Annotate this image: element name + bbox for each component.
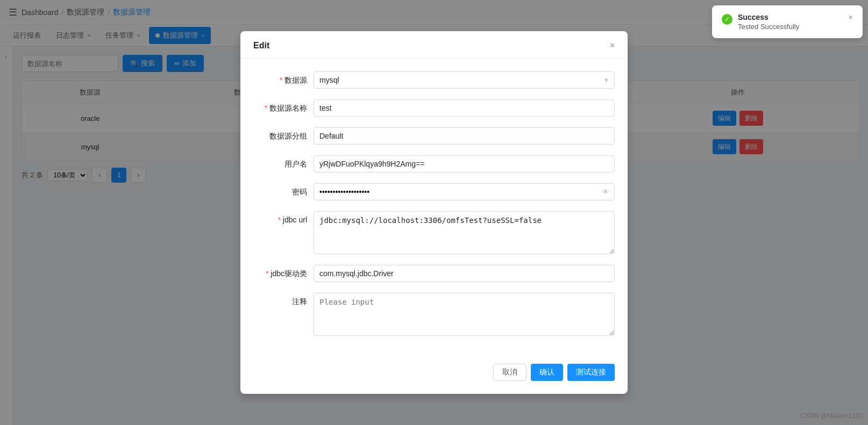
datasource-select-wrapper: mysql oracle postgresql ▼ (314, 71, 615, 89)
edit-modal: Edit × 数据源 mysql oracle postgresql ▼ 数据源… (240, 31, 628, 394)
form-row-jdbc-driver: jdbc驱动类 (253, 265, 615, 282)
jdbc-driver-input[interactable] (314, 265, 615, 282)
toast-title: Success (738, 13, 799, 21)
modal-title: Edit (253, 41, 269, 51)
jdbc-driver-label: jdbc驱动类 (253, 265, 307, 282)
group-label: 数据源分组 (253, 127, 307, 145)
toast-message: Tested Successfully (738, 23, 799, 31)
cancel-button[interactable]: 取消 (493, 364, 527, 381)
form-row-remark: 注释 (253, 293, 615, 336)
remark-label: 注释 (253, 293, 307, 310)
modal-footer: 取消 确认 测试连接 (240, 355, 628, 394)
eye-icon[interactable]: 👁 (602, 188, 609, 196)
username-label: 用户名 (253, 155, 307, 172)
name-label: 数据源名称 (253, 99, 307, 117)
form-row-password: 密码 👁 (253, 183, 615, 200)
test-connection-button[interactable]: 测试连接 (567, 364, 615, 381)
name-input[interactable] (314, 99, 615, 117)
toast-close-button[interactable]: × (849, 13, 853, 21)
modal-close-button[interactable]: × (610, 41, 615, 51)
form-row-datasource: 数据源 mysql oracle postgresql ▼ (253, 71, 615, 89)
toast-content: Success Tested Successfully (738, 13, 799, 31)
password-input[interactable] (314, 183, 615, 200)
form-row-username: 用户名 (253, 155, 615, 172)
group-input[interactable] (314, 127, 615, 145)
success-icon: ✓ (722, 14, 732, 25)
modal-header: Edit × (240, 31, 628, 59)
password-label: 密码 (253, 183, 307, 200)
form-row-jdbc-url: jdbc url jdbc:mysql://localhost:3306/omf… (253, 211, 615, 254)
confirm-button[interactable]: 确认 (531, 364, 563, 381)
modal-body: 数据源 mysql oracle postgresql ▼ 数据源名称 数据源分… (240, 59, 628, 355)
jdbc-url-input[interactable]: jdbc:mysql://localhost:3306/omfsTest?use… (314, 211, 615, 254)
remark-input[interactable] (314, 293, 615, 336)
password-wrapper: 👁 (314, 183, 615, 200)
username-input[interactable] (314, 155, 615, 172)
datasource-label: 数据源 (253, 71, 307, 89)
success-toast: ✓ Success Tested Successfully × (712, 5, 863, 38)
form-row-name: 数据源名称 (253, 99, 615, 117)
datasource-select[interactable]: mysql oracle postgresql (314, 71, 615, 89)
form-row-group: 数据源分组 (253, 127, 615, 145)
modal-overlay[interactable]: Edit × 数据源 mysql oracle postgresql ▼ 数据源… (0, 0, 868, 425)
jdbc-url-label: jdbc url (253, 211, 307, 228)
